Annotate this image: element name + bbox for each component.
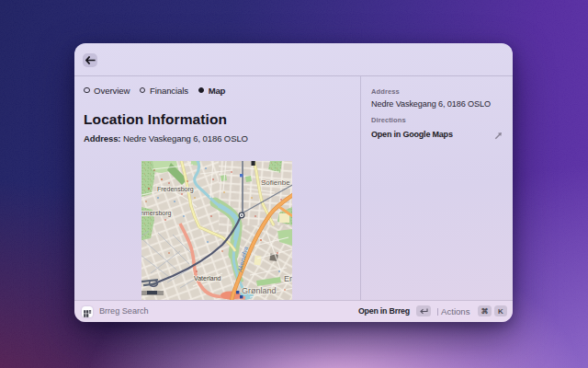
svg-text:mmersborg: mmersborg bbox=[141, 210, 172, 217]
svg-text:Grønland: Grønland bbox=[242, 286, 277, 295]
svg-text:Vaterland: Vaterland bbox=[194, 275, 221, 282]
svg-text:Sofienbe: Sofienbe bbox=[261, 178, 290, 187]
svg-text:Er: Er bbox=[284, 274, 292, 283]
svg-text:Fredensborg: Fredensborg bbox=[157, 186, 194, 193]
